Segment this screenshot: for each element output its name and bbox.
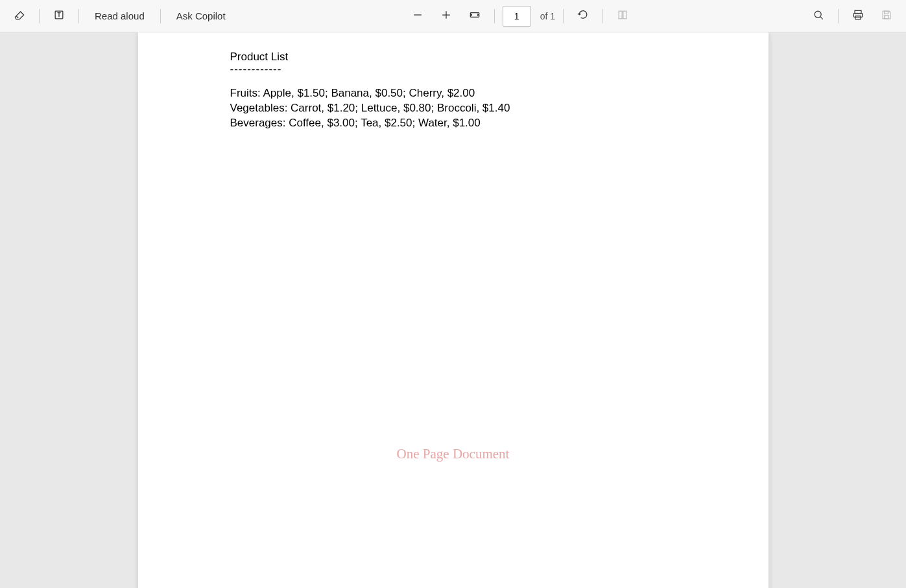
svg-rect-3: [623, 11, 626, 19]
svg-rect-7: [855, 16, 861, 19]
rotate-icon: [577, 8, 590, 23]
plus-icon: [440, 8, 453, 23]
toolbar-divider: [39, 9, 40, 23]
pdf-toolbar: Read aloud Ask Copilot of 1: [0, 0, 906, 32]
ask-copilot-button[interactable]: Ask Copilot: [169, 5, 233, 27]
print-button[interactable]: [846, 5, 870, 28]
svg-rect-8: [885, 11, 888, 14]
toolbar-center-group: of 1: [239, 5, 802, 28]
toolbar-right-group: [807, 5, 898, 28]
toolbar-divider: [494, 9, 495, 23]
pdf-page: Product List ------------ Fruits: Apple,…: [138, 32, 769, 588]
draw-erase-button[interactable]: [8, 5, 31, 28]
toolbar-divider: [602, 9, 603, 23]
watermark-text: One Page Document: [138, 446, 769, 462]
toolbar-divider: [78, 9, 79, 23]
fit-width-button[interactable]: [463, 5, 486, 28]
toolbar-divider: [838, 9, 839, 23]
search-button[interactable]: [807, 5, 830, 28]
pdf-viewer[interactable]: Product List ------------ Fruits: Apple,…: [0, 32, 906, 588]
text-select-icon: [53, 8, 66, 23]
page-total-label: of 1: [540, 11, 555, 21]
zoom-in-button[interactable]: [435, 5, 458, 28]
svg-point-4: [815, 11, 821, 18]
save-button[interactable]: [875, 5, 898, 28]
document-body: Fruits: Apple, $1.50; Banana, $0.50; Che…: [230, 86, 676, 131]
zoom-out-button[interactable]: [406, 5, 429, 28]
fit-width-icon: [468, 8, 481, 23]
toolbar-divider: [563, 9, 564, 23]
page-view-button[interactable]: [611, 5, 634, 28]
read-aloud-button[interactable]: Read aloud: [87, 5, 152, 27]
minus-icon: [411, 8, 424, 23]
toolbar-divider: [160, 9, 161, 23]
page-view-icon: [616, 8, 629, 23]
page-number-input[interactable]: [503, 6, 531, 27]
document-divider: ------------: [230, 64, 676, 76]
text-select-button[interactable]: [47, 5, 71, 28]
eraser-icon: [13, 8, 26, 23]
document-line: Vegetables: Carrot, $1.20; Lettuce, $0.8…: [230, 101, 676, 116]
rotate-button[interactable]: [571, 5, 595, 28]
document-line: Fruits: Apple, $1.50; Banana, $0.50; Che…: [230, 86, 676, 101]
svg-rect-9: [885, 16, 889, 19]
search-icon: [812, 8, 825, 23]
svg-rect-2: [619, 11, 622, 19]
toolbar-left-group: Read aloud Ask Copilot: [8, 5, 233, 28]
document-line: Beverages: Coffee, $3.00; Tea, $2.50; Wa…: [230, 116, 676, 131]
document-title: Product List: [230, 51, 676, 64]
save-icon: [880, 8, 893, 23]
print-icon: [852, 8, 864, 23]
